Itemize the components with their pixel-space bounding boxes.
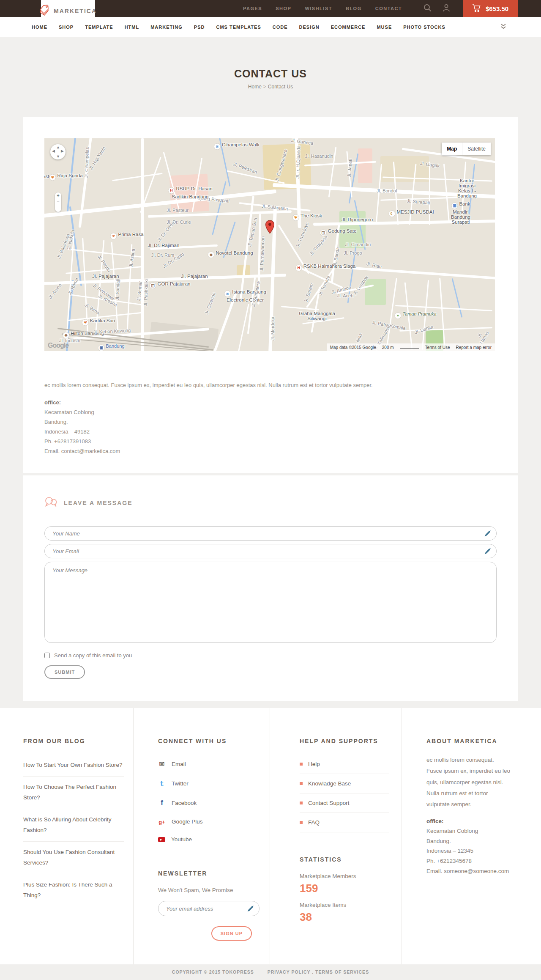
send-copy-checkbox[interactable] (44, 653, 50, 658)
about-office-line: Email. someone@someone.com (426, 866, 518, 876)
footer-connect-column: CONNECT WITH US Email Twitter (133, 708, 270, 964)
chevron-down-icon[interactable] (501, 23, 506, 31)
blog-link[interactable]: How To Start Your Own Fashion Store? (23, 755, 124, 777)
footer-about-column: ABOUT MARKETICA ec mollis lorem consequa… (402, 708, 518, 964)
category-nav-link[interactable]: HTML (125, 25, 139, 30)
map-label: Jl. Pajajaran (92, 274, 119, 279)
account-icon[interactable] (443, 4, 450, 14)
blog-link[interactable]: What is So Alluring About Celebrity Fash… (23, 809, 124, 842)
cart-button[interactable]: $653.50 (463, 0, 518, 17)
newsletter-heading: NEWSLETTER (158, 870, 270, 877)
statistic-item: Marketplace Items 38 (300, 902, 402, 924)
location-marker-icon[interactable] (265, 220, 275, 236)
social-label: Facebook (172, 800, 197, 806)
map-zoom-control[interactable]: +− (55, 192, 61, 212)
office-line: Email. contact@marketica.com (44, 446, 497, 456)
category-nav-link[interactable]: HOME (32, 25, 47, 30)
social-link[interactable]: Facebook (158, 793, 270, 813)
blog-link[interactable]: Plus Size Fashion: Is There Such a Thing… (23, 874, 124, 906)
footer-blog-column: FROM OUR BLOG How To Start Your Own Fash… (23, 708, 133, 964)
top-bar: MARKETICA PAGESSHOPWISHLISTBLOGCONTACT $… (0, 0, 541, 17)
category-nav-link[interactable]: MUSE (377, 25, 392, 30)
social-label: Twitter (172, 780, 189, 787)
category-nav-link[interactable]: ECOMMERCE (331, 25, 366, 30)
top-nav-link[interactable]: CONTACT (375, 6, 402, 11)
map-label: Jl. Dr. Rum (151, 253, 174, 258)
pen-icon (484, 530, 491, 539)
social-label: Youtube (171, 836, 192, 843)
category-nav-link[interactable]: DESIGN (299, 25, 320, 30)
map-pan-control[interactable]: ▲▼◀▶ (50, 144, 66, 159)
help-link[interactable]: FAQ (300, 813, 389, 832)
social-label: Email (172, 761, 186, 767)
map-type-toggle: Map Satellite (442, 143, 491, 155)
breadcrumb-home[interactable]: Home (248, 84, 262, 90)
top-nav-link[interactable]: WISHLIST (305, 6, 332, 11)
category-nav-link[interactable]: SHOP (59, 25, 74, 30)
tag-logo-icon (39, 5, 50, 18)
copyright-text: COPYRIGHT © 2015 TOKOPRESS (172, 969, 254, 975)
map-label: Jl. Dr. Cipto (162, 251, 185, 269)
map-label: Istana Bandung Electronic Center (224, 289, 266, 302)
map-scale-text: 200 m (382, 345, 394, 350)
footer-help-column: HELP AND SUPPORTS HelpKnowladge BaseCont… (270, 708, 402, 964)
map-label: Jl. Cicendo (204, 291, 216, 315)
top-nav-link[interactable]: SHOP (276, 6, 291, 11)
map-label: Jl. Dr. Curie (167, 220, 191, 225)
social-link[interactable]: Email (158, 755, 270, 774)
map-label: Bandung (98, 343, 124, 351)
facebook-icon (158, 799, 166, 807)
submit-button[interactable]: SUBMIT (44, 665, 85, 679)
help-link[interactable]: Contact Support (300, 793, 389, 813)
social-link[interactable]: Google Plus (158, 813, 270, 831)
statistic-label: Marketplace Members (300, 873, 402, 879)
send-copy-label: Send a copy of this email to you (54, 652, 132, 659)
help-link[interactable]: Knowladge Base (300, 774, 389, 793)
map-label: Asto (44, 174, 52, 179)
about-office-line: Indonesia – 12345 (426, 846, 518, 856)
social-label: Google Plus (172, 818, 203, 825)
map-report-link[interactable]: Report a map error (456, 345, 492, 350)
office-label: office: (44, 399, 61, 406)
map-card: AstoaRaja SundaJl. Haji YasinJl. Cihampe… (23, 117, 518, 473)
top-nav-link[interactable]: PAGES (243, 6, 262, 11)
google-map[interactable]: AstoaRaja SundaJl. Haji YasinJl. Cihampe… (44, 138, 495, 351)
footer-help-heading: HELP AND SUPPORTS (300, 738, 402, 744)
category-nav-link[interactable]: TEMPLATE (85, 25, 113, 30)
category-nav-link[interactable]: MARKETING (150, 25, 183, 30)
map-label: Prima Rasa (110, 232, 143, 240)
map-label: Jl. Progo (344, 250, 362, 255)
help-link[interactable]: Help (300, 755, 389, 774)
map-attribution: Map data ©2015 Google 200 m Terms of Use… (327, 343, 495, 351)
message-textarea[interactable] (44, 562, 497, 643)
blog-link[interactable]: Should You Use Fashion Consultant Servic… (23, 842, 124, 874)
search-icon[interactable] (424, 4, 432, 14)
map-label: Jl. Baladewa (56, 233, 71, 259)
category-nav-link[interactable]: PHOTO STOCKS (403, 25, 445, 30)
top-nav: PAGESSHOPWISHLISTBLOGCONTACT (243, 0, 402, 17)
youtube-icon (158, 837, 165, 842)
category-nav-link[interactable]: CMS TEMPLATES (216, 25, 261, 30)
about-office-line: Ph. +6212345678 (426, 856, 518, 866)
newsletter-email-input[interactable] (158, 901, 260, 916)
blog-link[interactable]: How To Choose The Perfect Fashion Store? (23, 777, 124, 809)
map-type-satellite-button[interactable]: Satellite (462, 143, 491, 155)
top-nav-link[interactable]: BLOG (346, 6, 362, 11)
logo[interactable]: MARKETICA (41, 0, 95, 22)
map-type-map-button[interactable]: Map (442, 143, 462, 155)
map-terms-link[interactable]: Terms of Use (425, 345, 450, 350)
square-bullet-icon (300, 802, 303, 804)
statistic-item: Marketplace Members 159 (300, 873, 402, 895)
chat-bubbles-icon (44, 497, 57, 509)
social-link[interactable]: Twitter (158, 774, 270, 793)
signup-button[interactable]: SIGN UP (211, 926, 252, 941)
category-nav-link[interactable]: CODE (273, 25, 288, 30)
legal-links[interactable]: PRIVACY POLICY . TERMS OF SERVICES (268, 969, 369, 975)
office-line: Bandung. (44, 417, 497, 427)
name-input[interactable] (44, 526, 497, 541)
category-nav-link[interactable]: PSD (194, 25, 205, 30)
statistics-heading: STATISTICS (300, 856, 402, 863)
email-input[interactable] (44, 544, 497, 558)
map-label: Taman Pramuka (394, 311, 436, 319)
social-link[interactable]: Youtube (158, 831, 270, 848)
